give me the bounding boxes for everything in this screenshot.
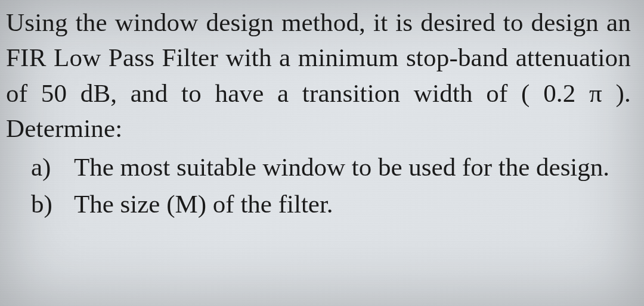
part-b-text: The size (M) of the filter. <box>74 186 631 221</box>
problem-content: Using the window design method, it is de… <box>6 5 631 221</box>
part-a-marker: a) <box>31 149 74 185</box>
problem-subparts: a) The most suitable window to be used f… <box>6 149 631 221</box>
problem-part-b: b) The size (M) of the filter. <box>31 186 631 221</box>
problem-part-a: a) The most suitable window to be used f… <box>31 149 631 185</box>
problem-intro: Using the window design method, it is de… <box>6 5 631 146</box>
part-a-text: The most suitable window to be used for … <box>74 149 631 185</box>
part-b-marker: b) <box>31 186 74 221</box>
